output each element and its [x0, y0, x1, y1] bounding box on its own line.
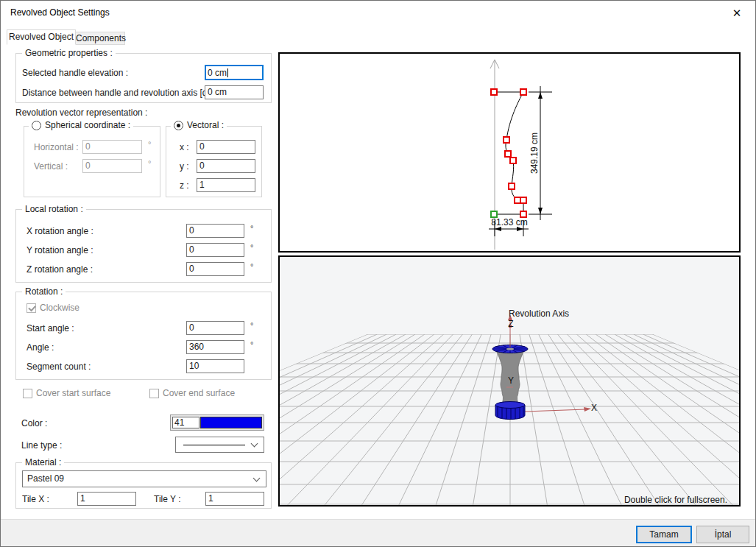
preview-3d-svg: Revolution Axis Z Y X Double click for f…	[280, 257, 739, 505]
x-axis-arrow-icon	[584, 407, 591, 412]
tile-y-input[interactable]: 1	[205, 492, 264, 506]
cover-end-surface-checkbox[interactable]	[149, 389, 159, 398]
rotation-legend: Rotation :	[22, 286, 66, 297]
spherical-radio[interactable]	[32, 121, 41, 130]
clockwise-checkbox[interactable]	[27, 303, 36, 313]
vertical-label: Vertical :	[34, 161, 68, 172]
cover-end-surface-label: Cover end surface	[163, 388, 235, 398]
local-rotation-legend: Local rotation :	[22, 204, 86, 214]
vertical-degree-unit: °	[148, 159, 151, 168]
color-index: 41	[172, 417, 199, 428]
handle-axis-distance-input[interactable]: 0 cm	[205, 85, 264, 99]
revolution-vector-heading: Revolution vector representation :	[15, 107, 147, 118]
profile-preview-canvas[interactable]: 349.19 cm 81.33 cm	[278, 52, 741, 253]
handle-axis-distance-label: Distance between handle and revolution a…	[22, 88, 215, 98]
vector-x-label: x :	[180, 142, 189, 152]
geometric-properties-legend: Geometric properties :	[22, 48, 116, 58]
profile-handle[interactable]	[510, 158, 516, 163]
vectoral-radio[interactable]	[174, 121, 183, 130]
z-axis-label: Z	[508, 319, 513, 329]
spherical-radio-label: Spherical coordinate :	[45, 120, 130, 130]
segment-count-input[interactable]: 10	[186, 359, 244, 373]
color-label: Color :	[21, 418, 47, 428]
horizontal-input[interactable]: 0	[82, 140, 142, 154]
line-type-dropdown[interactable]	[175, 437, 264, 453]
y-axis-label: Y	[508, 375, 514, 386]
revolve-3d-preview-canvas[interactable]: Revolution Axis Z Y X Double click for f…	[278, 255, 741, 507]
horizontal-label: Horizontal :	[34, 142, 79, 152]
solid-line-sample	[183, 445, 245, 445]
vector-y-input[interactable]: 0	[197, 159, 255, 173]
profile-handle[interactable]	[520, 197, 526, 203]
dim-arrow-icon	[538, 208, 543, 214]
ok-button[interactable]: Tamam	[636, 526, 692, 543]
angle-degree-unit: °	[250, 340, 253, 349]
handle-elevation-input[interactable]: 0 cm	[205, 65, 264, 80]
vectoral-radio-label: Vectoral :	[187, 120, 224, 130]
material-legend: Material :	[22, 457, 64, 467]
dialog-footer: Tamam İptal	[1, 519, 755, 547]
x-rotation-label: X rotation angle :	[27, 226, 93, 236]
z-rotation-label: Z rotation angle :	[27, 264, 93, 275]
horizontal-degree-unit: °	[148, 140, 151, 149]
fullscreen-hint: Double click for fullscreen.	[624, 495, 727, 505]
z-rotation-degree-unit: °	[250, 262, 253, 271]
profile-handles	[491, 89, 526, 217]
tab-components[interactable]: Components	[75, 32, 125, 45]
tab-revolved-object[interactable]: Revolved Object	[7, 29, 76, 45]
z-rotation-input[interactable]: 0	[186, 262, 244, 276]
y-rotation-label: Y rotation angle :	[27, 245, 93, 255]
spherical-coordinate-group: Spherical coordinate : Horizontal : 0 ° …	[24, 126, 160, 197]
vector-z-label: z :	[180, 180, 189, 191]
profile-handle[interactable]	[515, 197, 520, 203]
x-rotation-input[interactable]: 0	[186, 224, 244, 238]
color-picker[interactable]: 41	[170, 414, 264, 431]
chevron-down-icon	[251, 440, 258, 448]
rotation-group: Rotation : Clockwise Start angle : 0 ° A…	[15, 292, 272, 380]
start-angle-label: Start angle :	[27, 323, 74, 334]
x-rotation-degree-unit: °	[250, 224, 253, 233]
profile-handle[interactable]	[505, 151, 511, 157]
tile-x-label: Tile X :	[22, 494, 49, 504]
profile-handle[interactable]	[520, 89, 526, 95]
base-top-face	[495, 402, 525, 409]
window-title: Revolved Object Settings	[10, 7, 110, 18]
close-icon[interactable]: ✕	[726, 4, 748, 22]
tile-x-input[interactable]: 1	[77, 492, 136, 506]
height-dimension-label: 349.19 cm	[529, 133, 540, 174]
material-dropdown[interactable]: Pastel 09	[22, 470, 266, 487]
profile-handle[interactable]	[491, 89, 497, 95]
width-dimension-label: 81.33 cm	[491, 217, 527, 227]
profile-handle[interactable]	[509, 183, 515, 189]
revolved-object-settings-dialog: Revolved Object Settings ✕ Revolved Obje…	[0, 0, 756, 547]
text-caret	[227, 68, 228, 77]
title-bar: Revolved Object Settings ✕	[1, 1, 755, 24]
vector-x-input[interactable]: 0	[197, 140, 255, 154]
geometric-properties-group: Geometric properties : Selected handle e…	[15, 53, 272, 103]
y-rotation-degree-unit: °	[250, 243, 253, 252]
x-axis-label: X	[591, 403, 597, 413]
angle-input[interactable]: 360	[186, 340, 244, 354]
local-rotation-group: Local rotation : X rotation angle : 0 ° …	[15, 209, 272, 283]
cover-start-surface-checkbox[interactable]	[23, 389, 32, 398]
cover-start-surface-label: Cover start surface	[36, 388, 110, 398]
handle-elevation-label: Selected handle elevation :	[22, 68, 128, 78]
material-selected-value: Pastel 09	[27, 473, 64, 484]
segment-count-label: Segment count :	[27, 361, 91, 372]
profile-handle[interactable]	[504, 137, 509, 143]
angle-label: Angle :	[27, 342, 54, 353]
profile-handle[interactable]	[520, 211, 526, 217]
chevron-down-icon	[253, 474, 261, 481]
color-swatch	[200, 417, 262, 428]
revolution-axis-label: Revolution Axis	[509, 308, 569, 319]
start-angle-input[interactable]: 0	[186, 321, 244, 335]
vertical-input[interactable]: 0	[82, 159, 142, 173]
y-rotation-input[interactable]: 0	[186, 243, 244, 257]
cancel-button[interactable]: İptal	[696, 526, 749, 543]
vector-z-input[interactable]: 1	[197, 178, 255, 192]
rim-center	[506, 348, 514, 350]
vector-y-label: y :	[180, 161, 189, 172]
clockwise-label: Clockwise	[40, 303, 80, 313]
vectoral-group: Vectoral : x : 0 y : 0 z : 1	[166, 126, 262, 197]
profile-origin-handle[interactable]	[491, 211, 497, 217]
